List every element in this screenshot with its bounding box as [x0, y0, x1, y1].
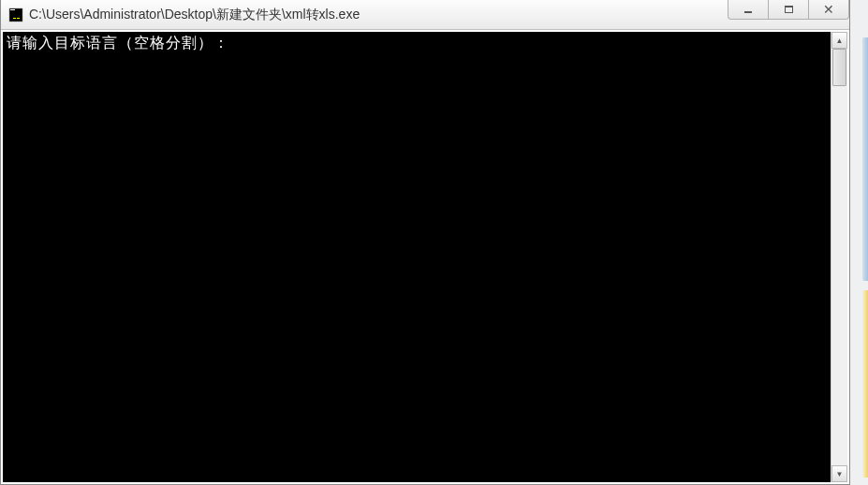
- maximize-icon: [785, 6, 793, 13]
- app-icon: [8, 7, 23, 22]
- console-output[interactable]: 请输入目标语言（空格分割）：: [3, 32, 831, 482]
- desktop-background-strip: [850, 0, 868, 485]
- background-window-edge-yellow: [862, 290, 868, 478]
- console-client-area: 请输入目标语言（空格分割）： ▲ ▼: [1, 30, 849, 484]
- console-prompt-text: 请输入目标语言（空格分割）：: [7, 34, 229, 51]
- svg-rect-3: [17, 18, 20, 19]
- chevron-up-icon: ▲: [836, 37, 844, 45]
- vertical-scrollbar[interactable]: ▲ ▼: [831, 32, 847, 482]
- titlebar[interactable]: C:\Users\Administrator\Desktop\新建文件夹\xml…: [1, 0, 849, 30]
- svg-rect-1: [10, 9, 15, 10]
- close-button[interactable]: ✕: [808, 0, 849, 20]
- close-icon: ✕: [823, 3, 834, 16]
- scroll-up-button[interactable]: ▲: [831, 32, 847, 49]
- chevron-down-icon: ▼: [836, 470, 844, 478]
- scrollbar-thumb[interactable]: [832, 49, 846, 86]
- minimize-icon: [744, 11, 752, 13]
- window-controls: ✕: [728, 0, 849, 20]
- svg-rect-0: [9, 8, 22, 22]
- console-window: C:\Users\Administrator\Desktop\新建文件夹\xml…: [0, 0, 850, 485]
- scrollbar-track[interactable]: [831, 49, 847, 465]
- svg-rect-2: [13, 18, 16, 19]
- window-title: C:\Users\Administrator\Desktop\新建文件夹\xml…: [29, 7, 360, 23]
- maximize-button[interactable]: [768, 0, 809, 20]
- minimize-button[interactable]: [728, 0, 769, 20]
- background-window-edge-blue: [862, 37, 868, 281]
- scroll-down-button[interactable]: ▼: [831, 465, 847, 482]
